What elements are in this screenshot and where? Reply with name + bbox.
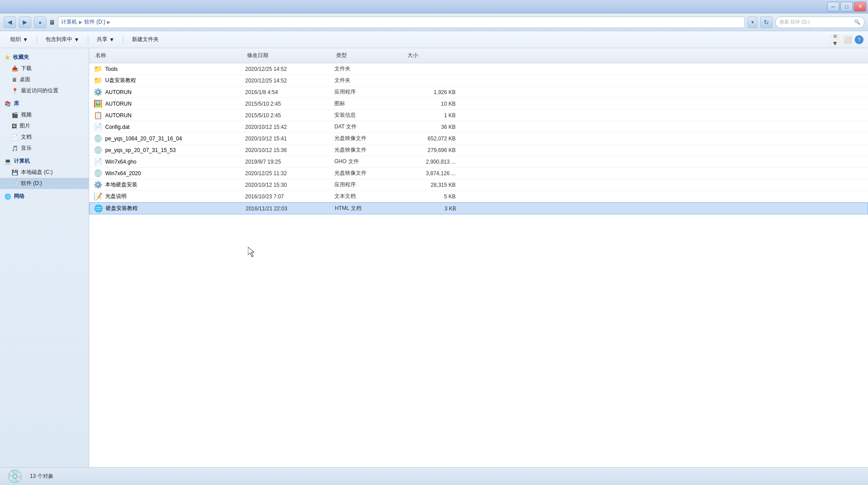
file-name-cell: 💿 Win7x64_2020: [94, 169, 245, 177]
share-button[interactable]: 共享 ▼: [91, 33, 120, 46]
maximize-button[interactable]: □: [840, 2, 853, 12]
file-icon: 💿: [94, 169, 103, 177]
main-layout: ★ 收藏夹 📥 下载 🖥 桌面 📍 最近访问的位置 📚 库: [0, 48, 868, 467]
back-button[interactable]: ◀: [4, 16, 16, 28]
sidebar-item-music[interactable]: 🎵 音乐: [0, 143, 89, 154]
search-bar[interactable]: 搜索 软件 (D:) 🔍: [775, 16, 864, 28]
breadcrumb[interactable]: 计算机 ▶ 软件 (D:) ▶: [58, 16, 745, 28]
table-row[interactable]: 📋 AUTORUN 2015/5/10 2:45 安装信息 1 KB: [89, 110, 868, 121]
video-icon: 🎬: [12, 112, 18, 118]
search-icon[interactable]: 🔍: [854, 19, 860, 25]
col-header-date[interactable]: 修改日期: [245, 51, 334, 60]
sidebar-item-desktop[interactable]: 🖥 桌面: [0, 74, 89, 85]
col-header-name[interactable]: 名称: [94, 51, 245, 60]
sidebar-header-computer[interactable]: 💻 计算机: [0, 156, 89, 167]
file-name-text: pe_yqs_1064_20_07_31_16_04: [105, 136, 182, 142]
table-row[interactable]: ⚙️ AUTORUN 2016/1/8 4:54 应用程序 1,926 KB: [89, 86, 868, 98]
include-library-button[interactable]: 包含到库中 ▼: [40, 33, 85, 46]
file-name-text: Win7x64_2020: [105, 170, 141, 177]
computer-label: 计算机: [14, 157, 30, 165]
sidebar-item-d-drive[interactable]: 💿 软件 (D:): [0, 178, 89, 189]
file-size-cell: 36 KB: [406, 124, 459, 130]
share-label: 共享: [97, 36, 107, 43]
address-dropdown-button[interactable]: ▼: [748, 16, 757, 28]
file-name-cell: 💿 pe_yqs_1064_20_07_31_16_04: [94, 134, 245, 143]
sidebar-item-recent[interactable]: 📍 最近访问的位置: [0, 85, 89, 96]
table-row[interactable]: 💿 Win7x64_2020 2020/12/25 11:32 光盘映像文件 3…: [89, 168, 868, 179]
picture-label: 图片: [20, 122, 30, 130]
table-row[interactable]: 🌐 硬盘安装教程 2016/11/21 22:03 HTML 文档 3 KB: [89, 202, 868, 214]
c-drive-icon: 💾: [12, 169, 18, 176]
table-row[interactable]: 📁 Tools 2020/12/25 14:52 文件夹: [89, 63, 868, 75]
sidebar-item-download[interactable]: 📥 下载: [0, 63, 89, 74]
titlebar: ─ □ ✕: [0, 0, 868, 13]
help-button[interactable]: ?: [855, 35, 864, 44]
file-date-cell: 2016/10/23 7:07: [245, 193, 334, 200]
addressbar: ◀ ▶ ▲ 🖥 计算机 ▶ 软件 (D:) ▶ ▼ ↻ 搜索 软件 (D:) 🔍: [0, 13, 868, 31]
file-name-cell: ⚙️ 本地硬盘安装: [94, 181, 245, 189]
breadcrumb-computer[interactable]: 计算机: [61, 18, 77, 26]
music-label: 音乐: [21, 144, 32, 152]
file-type-cell: 应用程序: [334, 181, 406, 189]
toolbar-separator-1: [37, 35, 37, 44]
file-size-cell: 5 KB: [406, 193, 459, 200]
desktop-icon: 🖥: [12, 77, 17, 83]
sidebar-item-picture[interactable]: 🖼 图片: [0, 120, 89, 132]
file-name-text: U盘安装教程: [105, 77, 136, 84]
file-icon: 📝: [94, 192, 103, 201]
file-name-cell: 📄 Config.dat: [94, 123, 245, 131]
file-date-cell: 2016/11/21 22:03: [246, 206, 335, 212]
file-name-cell: 📄 Win7x64.gho: [94, 157, 245, 166]
library-icon: 📚: [4, 101, 11, 107]
favorites-label: 收藏夹: [13, 53, 29, 61]
file-icon: 📁: [94, 76, 103, 85]
organize-button[interactable]: 组织 ▼: [4, 33, 34, 46]
table-row[interactable]: 💿 pe_yqs_xp_20_07_31_15_53 2020/10/12 15…: [89, 144, 868, 156]
sidebar-section-favorites: ★ 收藏夹 📥 下载 🖥 桌面 📍 最近访问的位置: [0, 52, 89, 96]
minimize-button[interactable]: ─: [827, 2, 839, 12]
close-button[interactable]: ✕: [854, 2, 866, 12]
col-header-size[interactable]: 大小: [406, 51, 459, 60]
breadcrumb-drive[interactable]: 软件 (D:): [84, 18, 105, 26]
table-row[interactable]: 📄 Config.dat 2020/10/12 15:42 DAT 文件 36 …: [89, 121, 868, 133]
file-list-container[interactable]: 名称 修改日期 类型 大小 📁 Tools 2020/12/25 14:52 文…: [89, 48, 868, 467]
table-row[interactable]: 💿 pe_yqs_1064_20_07_31_16_04 2020/10/12 …: [89, 133, 868, 144]
status-icon: 💿: [7, 469, 23, 484]
d-drive-label: 软件 (D:): [21, 180, 42, 187]
file-name-cell: 🌐 硬盘安装教程: [94, 204, 246, 213]
file-date-cell: 2020/12/25 11:32: [245, 170, 334, 177]
file-size-cell: 652,072 KB: [406, 136, 459, 142]
file-icon: 💿: [94, 146, 103, 154]
file-name-text: pe_yqs_xp_20_07_31_15_53: [105, 147, 176, 153]
file-name-cell: 📁 U盘安装教程: [94, 76, 245, 85]
refresh-button[interactable]: ↻: [760, 16, 773, 28]
new-folder-button[interactable]: 新建文件夹: [126, 33, 165, 46]
file-rows: 📁 Tools 2020/12/25 14:52 文件夹 📁 U盘安装教程 20…: [89, 63, 868, 214]
sidebar-header-favorites[interactable]: ★ 收藏夹: [0, 52, 89, 63]
sidebar-header-network[interactable]: 🌐 网络: [0, 191, 89, 202]
file-type-cell: 文本文档: [334, 193, 406, 200]
sidebar-item-document[interactable]: 📄 文档: [0, 132, 89, 143]
file-size-cell: 3 KB: [406, 206, 460, 212]
sidebar-item-video[interactable]: 🎬 视频: [0, 109, 89, 120]
sidebar-header-library[interactable]: 📚 库: [0, 98, 89, 109]
table-row[interactable]: ⚙️ 本地硬盘安装 2020/10/12 15:30 应用程序 28,315 K…: [89, 179, 868, 191]
up-button[interactable]: ▲: [34, 16, 46, 28]
col-header-type[interactable]: 类型: [334, 51, 406, 60]
view-options-button[interactable]: ≡ ▼: [830, 34, 840, 45]
file-name-text: Tools: [105, 66, 118, 72]
table-row[interactable]: 📝 光盘说明 2016/10/23 7:07 文本文档 5 KB: [89, 191, 868, 202]
file-name-cell: 📁 Tools: [94, 65, 245, 73]
forward-button[interactable]: ▶: [19, 16, 31, 28]
recent-label: 最近访问的位置: [21, 87, 58, 95]
statusbar: 💿 13 个对象: [0, 467, 868, 485]
toolbar-separator-3: [123, 35, 123, 44]
toolbar-separator-2: [88, 35, 88, 44]
table-row[interactable]: 📄 Win7x64.gho 2019/9/7 19:25 GHO 文件 2,90…: [89, 156, 868, 168]
preview-button[interactable]: ⬜: [842, 34, 853, 45]
table-row[interactable]: 🖼️ AUTORUN 2015/5/10 2:45 图标 10 KB: [89, 98, 868, 110]
table-row[interactable]: 📁 U盘安装教程 2020/12/25 14:52 文件夹: [89, 75, 868, 86]
file-list-header: 名称 修改日期 类型 大小: [89, 48, 868, 63]
sidebar-item-c-drive[interactable]: 💾 本地磁盘 (C:): [0, 167, 89, 178]
file-name-text: 本地硬盘安装: [105, 181, 137, 189]
